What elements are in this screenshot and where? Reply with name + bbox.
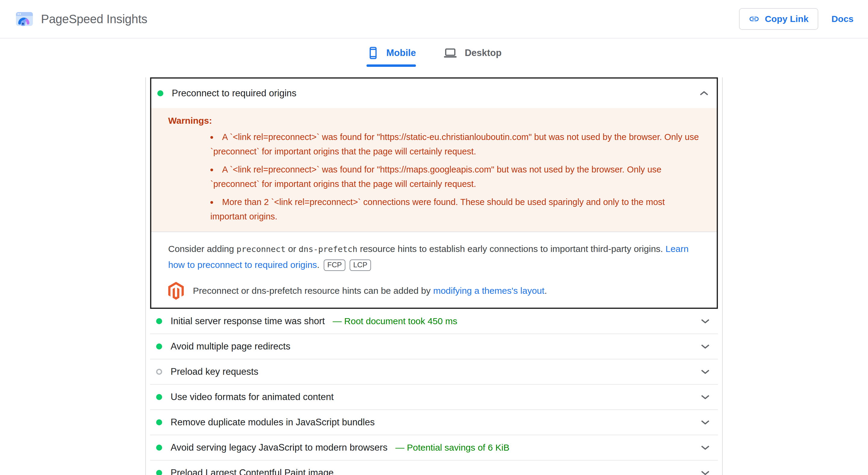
chevron-down-icon: [701, 419, 710, 425]
audit-report-card: Preconnect to required origins Warnings:…: [145, 77, 723, 475]
stack-pack-row: Preconnect or dns-prefetch resource hint…: [151, 282, 717, 308]
mobile-phone-icon: [367, 46, 380, 60]
tab-mobile-label: Mobile: [386, 47, 416, 58]
chevron-down-icon: [701, 445, 710, 451]
device-tabbar: Mobile Desktop: [0, 38, 868, 77]
warnings-list: A `<link rel=preconnect>` was found for …: [168, 130, 700, 224]
link-icon: [749, 13, 760, 24]
chevron-down-icon: [701, 470, 710, 475]
audit-status-dot: [156, 394, 162, 400]
metric-chip-fcp: FCP: [324, 260, 345, 271]
app-header: PageSpeed Insights Copy Link Docs: [0, 0, 868, 38]
chevron-down-icon: [701, 369, 710, 375]
chevron-up-icon[interactable]: [699, 90, 709, 96]
audit-status-dot: [156, 419, 162, 425]
docs-link[interactable]: Docs: [832, 14, 854, 24]
audit-status-dot: [156, 343, 162, 349]
copy-link-label: Copy Link: [765, 14, 809, 24]
chevron-down-icon: [701, 343, 710, 349]
tab-desktop[interactable]: Desktop: [442, 46, 501, 77]
audit-list: Initial server response time was short —…: [146, 309, 722, 475]
code-dns-prefetch: dns-prefetch: [299, 244, 358, 254]
audit-status-dot: [156, 445, 162, 451]
stack-pack-link[interactable]: modifying a themes's layout: [433, 286, 544, 296]
warning-item: A `<link rel=preconnect>` was found for …: [210, 162, 700, 191]
audit-header-row[interactable]: Preconnect to required origins: [151, 78, 717, 108]
page-title: PageSpeed Insights: [41, 12, 147, 26]
audit-expanded-preconnect: Preconnect to required origins Warnings:…: [150, 77, 718, 309]
tab-mobile[interactable]: Mobile: [367, 46, 416, 77]
chevron-down-icon: [701, 394, 710, 400]
warning-item: More than 2 `<link rel=preconnect>` conn…: [210, 195, 700, 224]
pagespeed-logo-icon: [16, 11, 33, 27]
audit-row[interactable]: Avoid multiple page redirects: [150, 334, 718, 360]
audit-status-dot: [157, 90, 163, 96]
chevron-down-icon: [701, 318, 710, 324]
audit-description: Consider adding preconnect or dns-prefet…: [151, 232, 717, 273]
code-preconnect: preconnect: [237, 244, 286, 254]
audit-display-value: — Potential savings of 6 KiB: [396, 442, 510, 453]
audit-row[interactable]: Use video formats for animated content: [150, 385, 718, 410]
audit-row[interactable]: Remove duplicate modules in JavaScript b…: [150, 410, 718, 435]
warning-item: A `<link rel=preconnect>` was found for …: [210, 130, 700, 159]
audit-row[interactable]: Preload key requests: [150, 360, 718, 385]
audit-status-dot: [156, 318, 162, 324]
magento-icon: [168, 282, 184, 300]
tab-desktop-label: Desktop: [465, 47, 501, 58]
audit-status-dot: [156, 369, 162, 375]
audit-row[interactable]: Avoid serving legacy JavaScript to moder…: [150, 435, 718, 461]
active-tab-underline: [367, 64, 416, 67]
copy-link-button[interactable]: Copy Link: [739, 8, 818, 30]
metric-chip-lcp: LCP: [350, 260, 371, 271]
audit-display-value: — Root document took 450 ms: [333, 316, 458, 326]
audit-row[interactable]: Preload Largest Contentful Paint image: [150, 461, 718, 475]
audit-title: Preconnect to required origins: [172, 88, 297, 99]
warnings-box: Warnings: A `<link rel=preconnect>` was …: [151, 108, 717, 232]
audit-status-dot: [156, 470, 162, 475]
warnings-heading: Warnings:: [168, 115, 700, 126]
audit-row[interactable]: Initial server response time was short —…: [150, 309, 718, 334]
desktop-laptop-icon: [442, 46, 458, 60]
